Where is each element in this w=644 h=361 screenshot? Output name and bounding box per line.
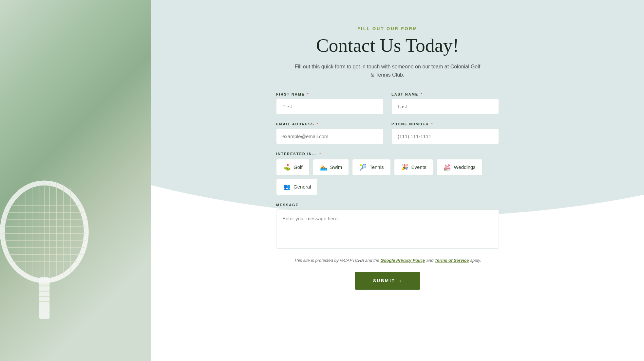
svg-rect-19 [39, 277, 49, 319]
content-area: FILL OUT OUR FORM Contact Us Today! Fill… [151, 0, 644, 361]
interest-general-button[interactable]: 👥 General [276, 179, 318, 195]
last-name-label: LAST NAME * [391, 92, 499, 96]
main-title: Contact Us Today! [183, 35, 592, 56]
first-name-input[interactable] [276, 99, 384, 114]
last-name-input[interactable] [391, 99, 499, 114]
interest-golf-button[interactable]: ⛳ Golf [276, 159, 310, 175]
tennis-icon: 🎾 [359, 163, 367, 171]
interest-tennis-button[interactable]: 🎾 Tennis [352, 159, 390, 175]
events-icon: 🎉 [401, 163, 409, 171]
page-wrapper: FILL OUT OUR FORM Contact Us Today! Fill… [0, 0, 644, 361]
racket-container [0, 178, 105, 335]
background-image [0, 0, 151, 361]
general-label: General [294, 184, 311, 190]
eyebrow-text: FILL OUT OUR FORM [183, 26, 592, 31]
message-label: MESSAGE [276, 203, 499, 207]
swim-icon: 🏊 [320, 163, 328, 171]
recaptcha-notice: This site is protected by reCAPTCHA and … [276, 258, 499, 263]
submit-button[interactable]: SUBMIT › [355, 272, 420, 290]
interest-swim-button[interactable]: 🏊 Swim [313, 159, 349, 175]
email-group: EMAIL ADDRESS * [276, 122, 384, 144]
first-name-label: FIRST NAME * [276, 92, 384, 96]
interests-section: INTERESTED IN... * ⛳ Golf 🏊 Swim 🎾 Tenni… [276, 152, 499, 195]
recaptcha-text-3: apply. [469, 258, 481, 263]
message-textarea[interactable] [276, 209, 499, 249]
last-name-group: LAST NAME * [391, 92, 499, 114]
submit-label: SUBMIT [373, 278, 395, 283]
submit-chevron-icon: › [399, 278, 402, 284]
email-input[interactable] [276, 129, 384, 144]
phone-group: PHONE NUMBER * [391, 122, 499, 144]
phone-label: PHONE NUMBER * [391, 122, 499, 126]
message-section: MESSAGE [276, 203, 499, 250]
interest-weddings-button[interactable]: 💒 Weddings [436, 159, 482, 175]
interests-label: INTERESTED IN... * [276, 152, 499, 156]
contact-row: EMAIL ADDRESS * PHONE NUMBER * [276, 122, 499, 144]
golf-label: Golf [294, 164, 303, 170]
swim-label: Swim [330, 164, 342, 170]
name-row: FIRST NAME * LAST NAME * [276, 92, 499, 114]
submit-container: SUBMIT › [276, 272, 499, 290]
tennis-racket-svg [0, 178, 105, 335]
subtitle-text: Fill out this quick form to get in touch… [293, 63, 483, 79]
first-name-group: FIRST NAME * [276, 92, 384, 114]
general-icon: 👥 [283, 183, 291, 191]
weddings-icon: 💒 [443, 163, 451, 171]
terms-of-service-link[interactable]: Terms of Service [435, 258, 469, 263]
privacy-policy-link[interactable]: Google Privacy Policy [380, 258, 425, 263]
phone-input[interactable] [391, 129, 499, 144]
events-label: Events [411, 164, 426, 170]
recaptcha-text-2: and [425, 258, 435, 263]
golf-icon: ⛳ [283, 163, 291, 171]
weddings-label: Weddings [454, 164, 475, 170]
interest-events-button[interactable]: 🎉 Events [394, 159, 433, 175]
recaptcha-text-1: This site is protected by reCAPTCHA and … [294, 258, 380, 263]
tennis-label: Tennis [369, 164, 384, 170]
interests-grid: ⛳ Golf 🏊 Swim 🎾 Tennis 🎉 Events [276, 159, 499, 195]
contact-form: FIRST NAME * LAST NAME * EMAIL ADDRESS * [276, 92, 499, 290]
email-label: EMAIL ADDRESS * [276, 122, 384, 126]
form-header: FILL OUT OUR FORM Contact Us Today! Fill… [183, 26, 592, 79]
